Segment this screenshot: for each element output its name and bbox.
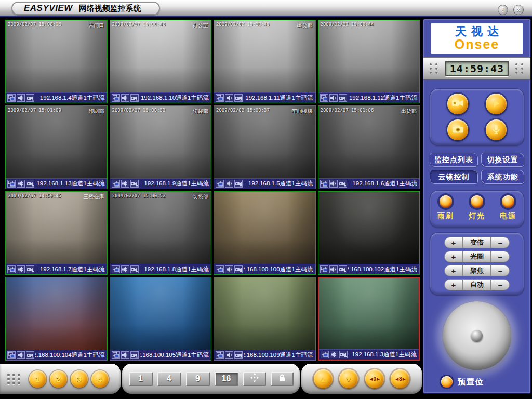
camera-video[interactable]: 2009/02/07 15:08:48办公室 [110,20,211,92]
camera-video[interactable] [319,278,419,349]
camera-cell[interactable]: 2009/02/02 15:08:44 192.168.1.12通道1主码流 [318,20,420,103]
camera-cell[interactable]: 2009/02/02 15:08:45出货部 192.168.1.11通道1主码… [214,20,316,103]
scroll-up-button[interactable]: ▲ [314,369,332,388]
record-camera-icon[interactable] [130,351,139,359]
stream-type-icon[interactable] [112,265,120,273]
focus-plus-button[interactable]: + [444,265,463,276]
stream-type-icon[interactable] [112,351,120,359]
camera-video[interactable] [214,192,315,264]
audio-icon[interactable] [121,180,129,188]
record-camera-icon[interactable] [234,94,243,102]
record-camera-icon[interactable] [339,265,347,273]
camera-cell[interactable]: 192.168.100.100通道1主码流 [214,191,316,275]
stream-type-icon[interactable] [320,265,328,273]
record-camera-icon[interactable] [130,265,139,273]
record-camera-icon[interactable] [339,351,348,358]
preset-button[interactable] [441,376,453,388]
audio-icon[interactable] [329,94,338,102]
split-16-button[interactable]: 16 [215,372,238,386]
audio-icon[interactable] [17,351,25,359]
camera-video[interactable]: 2009/02/07 15:01:06出货部 [318,106,420,178]
zoom-plus-button[interactable]: + [444,237,463,248]
audio-icon[interactable] [121,94,129,102]
audio-icon[interactable] [329,265,338,273]
audio-icon[interactable] [121,265,129,273]
playback-button[interactable] [486,94,507,114]
camera-video[interactable]: 2009/02/07 15:00:52切袋部 [110,192,211,264]
camera-cell[interactable]: 2009/02/07 15:01:06出货部 192.168.1.6通道1主码流 [318,105,420,189]
stream-type-icon[interactable] [216,94,224,102]
stream-type-icon[interactable] [7,351,16,359]
audio-icon[interactable] [225,265,233,273]
cycle-start-button[interactable]: ◄0► [365,369,384,388]
camera-video[interactable]: 2009/02/07 15:08:16大门口 [6,20,107,92]
audio-icon[interactable] [329,180,338,188]
snapshot-button[interactable] [447,119,468,140]
power-button[interactable] [502,195,514,208]
ptz-joystick[interactable] [443,301,511,370]
camera-cell[interactable]: 2009/02/07 15:01:09印刷部 192.168.1.13通道1主码… [5,105,108,189]
stream-type-icon[interactable] [112,180,120,188]
focus-minus-button[interactable]: − [491,265,510,276]
camera-video[interactable] [318,192,420,264]
record-camera-icon[interactable] [130,180,139,188]
stream-type-icon[interactable] [7,265,16,273]
camera-cell[interactable]: 2009/02/07 15:00:32切袋部 192.168.1.9通道1主码流 [110,105,212,189]
camera-cell[interactable]: 2009/02/07 15:08:48办公室 192.168.1.10通道1主码… [110,20,212,103]
record-camera-icon[interactable] [234,265,243,273]
camera-video[interactable]: 2009/02/07 14:59:45三楼仓库 [6,192,107,264]
fullscreen-arrows-button[interactable] [243,372,266,386]
audio-icon[interactable] [225,180,233,188]
stream-type-icon[interactable] [320,180,328,188]
audio-icon[interactable] [17,265,25,273]
zoom-minus-button[interactable]: − [491,237,510,248]
camera-cell[interactable]: 2009/02/07 15:08:16大门口 192.168.1.4通道1主码流 [5,20,108,103]
camera-cell[interactable]: 2009/02/07 14:59:45三楼仓库 192.168.1.7通道1主码… [5,191,108,275]
audio-icon[interactable] [225,351,233,359]
scroll-down-button[interactable]: ▼ [339,369,358,388]
camera-video[interactable]: 2009/02/07 15:01:09印刷部 [6,106,107,178]
stream-type-icon[interactable] [321,351,329,358]
close-button[interactable]: × [513,5,524,15]
preset-group-3-button[interactable]: 3 [71,370,88,388]
stream-type-icon[interactable] [7,180,16,188]
camera-video[interactable] [6,277,107,350]
camera-cell[interactable]: 192.168.1.3通道1主码流 [318,277,420,361]
auto-plus-button[interactable]: + [444,279,463,290]
record-camera-icon[interactable] [339,94,347,102]
iris-plus-button[interactable]: + [444,251,463,262]
preset-group-2-button[interactable]: 2 [50,370,67,388]
auto-minus-button[interactable]: − [491,279,510,290]
preset-group-4-button[interactable]: 4 [91,370,109,388]
split-1-button[interactable]: 1 [129,372,153,386]
stream-type-icon[interactable] [7,94,16,102]
tab-ptz-control[interactable]: 云镜控制 [430,170,478,184]
camera-cell[interactable]: 2009/02/02 15:00:37车间楼梯 192.168.1.5通道1主码… [214,105,316,189]
audio-icon[interactable] [225,94,233,102]
record-camera-icon[interactable] [130,94,139,102]
camera-video[interactable]: 2009/02/07 15:00:32切袋部 [110,106,211,178]
info-button[interactable]: ! [498,5,508,15]
camera-cell[interactable]: 192.168.100.102通道1主码流 [318,191,420,275]
tab-monitor-list[interactable]: 监控点列表 [430,153,478,167]
lock-button[interactable] [271,372,294,386]
split-9-button[interactable]: 9 [186,372,210,386]
light-button[interactable] [471,195,483,208]
camera-cell[interactable]: 2009/02/07 15:00:52切袋部 192.168.1.8通道1主码流 [110,191,212,275]
preset-group-1-button[interactable]: 1 [29,370,46,388]
stream-type-icon[interactable] [112,94,120,102]
stream-type-icon[interactable] [216,351,224,359]
audio-icon[interactable] [121,351,129,359]
audio-icon[interactable] [17,94,25,102]
wiper-button[interactable] [440,195,452,208]
iris-minus-button[interactable]: − [491,251,510,262]
camera-video[interactable]: 2009/02/02 15:00:37车间楼梯 [214,106,315,178]
audio-icon[interactable] [330,351,338,358]
stream-type-icon[interactable] [216,265,224,273]
camera-cell[interactable]: 192.168.100.105通道1主码流 [110,277,212,361]
talk-button[interactable] [486,119,507,140]
record-camera-icon[interactable] [339,180,347,188]
audio-icon[interactable] [17,180,25,188]
split-4-button[interactable]: 4 [157,372,181,386]
camera-video[interactable] [214,277,315,350]
